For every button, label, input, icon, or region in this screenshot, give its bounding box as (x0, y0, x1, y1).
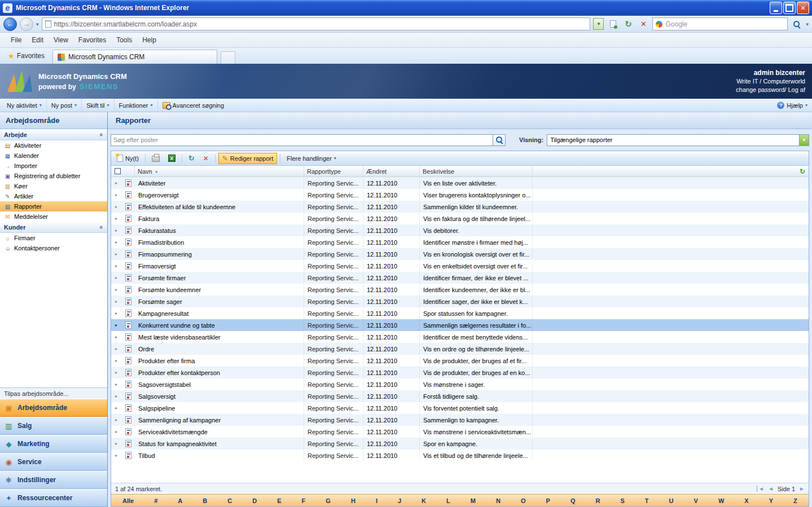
expand-arrow-icon[interactable]: ▸ (111, 307, 121, 319)
forward-icon[interactable]: → (20, 17, 33, 31)
table-row[interactable]: ▸ Effektiviteten af kilde til kundeemne … (111, 201, 809, 213)
table-row[interactable]: ▸ Produkter efter firma Reporting Servic… (111, 355, 809, 367)
compatibility-button[interactable] (607, 18, 619, 30)
table-row[interactable]: ▸ Forsømte kundeemner Reporting Servic..… (111, 284, 809, 296)
report-name[interactable]: Ordre (135, 343, 304, 355)
expand-arrow-icon[interactable]: ▸ (111, 189, 121, 201)
menu-item[interactable]: Edit (27, 34, 49, 46)
search-options-icon[interactable]: ▾ (806, 21, 809, 27)
report-name[interactable]: Forsømte firmaer (135, 272, 304, 284)
alpha-filter-letter[interactable]: J (397, 497, 402, 504)
table-row[interactable]: ▸ Sammenligning af kampagner Reporting S… (111, 414, 809, 426)
alpha-filter-letter[interactable]: U (668, 497, 675, 504)
report-name[interactable]: Firmaoversigt (135, 260, 304, 272)
alpha-filter-letter[interactable]: R (594, 497, 601, 504)
search-input[interactable] (111, 134, 493, 146)
more-actions-button[interactable]: Flere handlinger ▾ (283, 154, 340, 163)
stop-icon[interactable]: ✕ (637, 18, 649, 30)
favorites-button[interactable]: ★ Favorites (3, 50, 49, 63)
column-header-rapporttype[interactable]: Rapporttype (304, 166, 363, 177)
first-page-button[interactable]: ◄ (757, 486, 764, 492)
report-name[interactable]: Sammenligning af kampagner (135, 414, 304, 426)
expand-arrow-icon[interactable]: ▸ (111, 343, 121, 355)
report-name[interactable]: Tilbud (135, 449, 304, 461)
history-dropdown-icon[interactable]: ▾ (36, 21, 39, 27)
report-name[interactable]: Salgspipeline (135, 402, 304, 414)
url-text[interactable]: https://bizcenter.smartlabelcrm.com/load… (54, 20, 197, 28)
alpha-filter-letter[interactable]: L (445, 497, 451, 504)
alpha-filter-letter[interactable]: I (375, 497, 379, 504)
expand-arrow-icon[interactable]: ▸ (111, 367, 121, 378)
menu-item[interactable]: Help (137, 34, 161, 46)
search-go-button[interactable] (791, 18, 803, 30)
table-row[interactable]: ▸ Aktiviteter Reporting Servic... 12.11.… (111, 177, 809, 189)
back-icon[interactable]: ← (3, 17, 17, 31)
expand-arrow-icon[interactable]: ▸ (111, 331, 121, 343)
table-row[interactable]: ▸ Mest læste vidensbaseartikler Reportin… (111, 331, 809, 343)
table-row[interactable]: ▸ Forsømte sager Reporting Servic... 12.… (111, 296, 809, 307)
report-name[interactable]: Fakturastatus (135, 224, 304, 236)
report-name[interactable]: Brugeroversigt (135, 189, 304, 201)
expand-arrow-icon[interactable]: ▸ (111, 449, 121, 461)
close-icon[interactable]: ✕ (797, 2, 809, 14)
alpha-filter-letter[interactable]: C (226, 497, 233, 504)
sidebar-item[interactable]: → Importer (0, 161, 107, 171)
sidebar-item[interactable]: ✉ Meddelelser (0, 211, 107, 222)
group-header-arbejde[interactable]: Arbejde « (0, 129, 107, 140)
maximize-icon[interactable] (783, 2, 796, 14)
sidebar-item[interactable]: ✎ Artikler (0, 191, 107, 201)
alpha-filter-letter[interactable]: M (469, 497, 477, 504)
new-button[interactable]: Ny(t) (113, 153, 142, 163)
alpha-filter-letter[interactable]: V (693, 497, 699, 504)
alpha-filter-letter[interactable]: O (520, 497, 527, 504)
search-go-button-grid[interactable] (493, 134, 506, 146)
alpha-filter-letter[interactable]: N (495, 497, 502, 504)
expand-arrow-icon[interactable]: ▸ (111, 272, 121, 284)
table-row[interactable]: ▸ Firmaopsummering Reporting Servic... 1… (111, 248, 809, 260)
alpha-filter-letter[interactable]: A (177, 497, 183, 504)
column-header-aendret[interactable]: Ændret (363, 166, 420, 177)
alpha-filter-letter[interactable]: K (420, 497, 427, 504)
address-field[interactable]: https://bizcenter.smartlabelcrm.com/load… (42, 17, 591, 30)
alpha-filter-letter[interactable]: Alle (121, 497, 135, 504)
expand-arrow-icon[interactable]: ▸ (111, 414, 121, 426)
expand-arrow-icon[interactable]: ▸ (111, 201, 121, 213)
help-button[interactable]: ? Hjælp ▾ (777, 102, 810, 109)
table-row[interactable]: ▸ Produkter efter kontaktperson Reportin… (111, 367, 809, 378)
report-name[interactable]: Effektiviteten af kilde til kundeemne (135, 201, 304, 213)
report-name[interactable]: Salgsoversigt (135, 390, 304, 402)
column-header-beskrivelse[interactable]: Beskrivelse (420, 166, 533, 177)
expand-arrow-icon[interactable]: ▸ (111, 378, 121, 390)
alpha-filter-letter[interactable]: Z (792, 497, 798, 504)
nav-button[interactable]: ✦ Ressourcecenter (0, 489, 107, 507)
alpha-filter-letter[interactable]: F (301, 497, 307, 504)
table-row[interactable]: ▸ Salgspipeline Reporting Servic... 12.1… (111, 402, 809, 414)
refresh-icon[interactable]: ↻ (622, 18, 634, 30)
expand-arrow-icon[interactable]: ▸ (111, 213, 121, 224)
report-name[interactable]: Serviceaktivitetsmængde (135, 426, 304, 438)
alpha-filter-letter[interactable]: Q (569, 497, 577, 504)
view-select[interactable]: Tilgængelige rapporter ▼ (547, 134, 809, 146)
sidebar-item[interactable]: ⌂ Firmaer (0, 233, 107, 243)
expand-arrow-icon[interactable]: ▸ (111, 390, 121, 402)
next-page-button[interactable]: ► (799, 486, 805, 492)
table-row[interactable]: ▸ Tilbud Reporting Servic... 12.11.2010 … (111, 449, 809, 461)
advanced-find-button[interactable]: Avanceret søgning (158, 99, 229, 112)
new-tab-button[interactable] (221, 51, 235, 64)
alpha-filter-letter[interactable]: H (350, 497, 357, 504)
expand-arrow-icon[interactable]: ▸ (111, 426, 121, 438)
nav-button[interactable]: ✱ Indstillinger (0, 471, 107, 489)
menu-item[interactable]: Tools (111, 34, 137, 46)
report-name[interactable]: Firmaopsummering (135, 248, 304, 260)
expand-arrow-icon[interactable]: ▸ (111, 248, 121, 260)
nav-button[interactable]: ◆ Marketing (0, 435, 107, 453)
table-row[interactable]: ▸ Status for kampagneaktivitet Reporting… (111, 438, 809, 449)
table-row[interactable]: ▸ Brugeroversigt Reporting Servic... 12.… (111, 189, 809, 201)
expand-arrow-icon[interactable]: ▸ (111, 284, 121, 296)
sidebar-item[interactable]: ▥ Køer (0, 181, 107, 191)
table-row[interactable]: ▸ Faktura Reporting Servic... 12.11.2010… (111, 213, 809, 224)
nav-button[interactable]: ▥ Salg (0, 417, 107, 435)
prev-page-button[interactable]: ◄ (768, 486, 774, 492)
menu-item[interactable]: Favorites (73, 34, 111, 46)
run-workflow-button[interactable]: ↻ (185, 153, 198, 164)
